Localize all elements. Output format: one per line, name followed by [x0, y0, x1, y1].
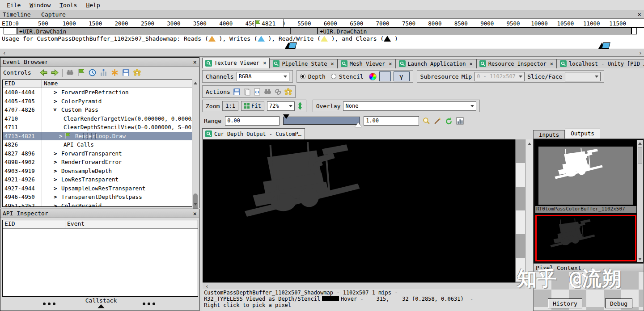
histogram-icon[interactable] — [456, 117, 464, 125]
tab-launch-application[interactable]: Launch Application × — [396, 59, 476, 68]
save-icon[interactable] — [122, 69, 130, 76]
close-icon[interactable]: × — [331, 61, 334, 67]
event-row[interactable]: 4827-4896> ForwardTransparent — [3, 149, 198, 158]
event-row[interactable]: 4713-4821> RenderLoop.Draw — [3, 132, 198, 141]
reset-range-icon[interactable] — [445, 117, 453, 125]
slice-face-select[interactable] — [565, 72, 601, 81]
drawchain-bar[interactable]: +UIR.DrawChain +UIR.DrawChain — [17, 28, 631, 34]
event-row[interactable]: 4921-4926> LowResTransparent — [3, 175, 198, 184]
tab-mesh-viewer[interactable]: Mesh Viewer × — [338, 59, 396, 68]
event-row[interactable]: 4826API Calls — [3, 140, 198, 149]
scrollbar-thumb[interactable] — [638, 147, 642, 164]
column-eid[interactable]: EID — [3, 80, 42, 88]
drag-dots-icon[interactable] — [43, 303, 55, 305]
tab-localhost-unity[interactable]: localhost - Unity [PID … × — [557, 59, 644, 68]
column-eid[interactable]: EID — [3, 220, 65, 228]
scroll-right-icon[interactable]: › — [637, 49, 644, 56]
expand-arrow-icon[interactable]: > — [54, 159, 57, 165]
api-call-list[interactable]: EID Event — [2, 220, 198, 297]
scroll-down-icon[interactable] — [192, 201, 199, 207]
save-texture-icon[interactable] — [233, 88, 241, 96]
texture-viewport[interactable] — [203, 139, 515, 282]
timeline-scrollbar[interactable]: ‹ › — [0, 49, 644, 57]
overlay-select[interactable]: None — [343, 101, 476, 111]
timeline-ruler[interactable]: EID: 05001000150020002500300035004000450… — [0, 19, 644, 28]
event-row[interactable]: 4707-4826> Custom Pass — [3, 105, 198, 114]
callstack-expander[interactable]: Callstack — [76, 297, 126, 308]
output-thumbnail-depth-buffer-selected[interactable] — [535, 215, 636, 261]
timing-clock-icon[interactable] — [89, 69, 96, 76]
drawchain-label-1[interactable]: +UIR.DrawChain — [19, 28, 66, 35]
close-icon[interactable]: × — [550, 61, 553, 67]
menu-window[interactable]: Window — [25, 1, 55, 9]
tab-resource-inspector[interactable]: Resource Inspector × — [476, 59, 557, 68]
checkerboard-background-button[interactable] — [379, 71, 391, 81]
event-row[interactable]: 4946-4950> TransparentDepthPostpass — [3, 193, 198, 202]
event-row[interactable]: 4711ClearDepthStencilView(D=0.000000, S=… — [3, 123, 198, 132]
drag-dots-icon[interactable] — [143, 303, 155, 305]
event-row[interactable]: 4710ClearRenderTargetView(0.000000, 0.00… — [3, 114, 198, 123]
scroll-up-icon[interactable] — [526, 140, 533, 147]
range-white-point-marker[interactable] — [355, 122, 361, 127]
tab-inputs[interactable]: Inputs — [533, 130, 565, 139]
event-row[interactable]: 4951-5252> ColorPyramid — [3, 202, 198, 207]
collapse-arrow-icon[interactable]: > — [52, 108, 59, 112]
menu-file[interactable]: File — [3, 1, 25, 9]
zoom-1to1-button[interactable]: 1:1 — [222, 101, 238, 111]
next-event-icon[interactable] — [51, 69, 59, 76]
range-min-input[interactable] — [225, 116, 280, 126]
find-icon[interactable] — [66, 69, 74, 76]
close-icon[interactable]: × — [638, 11, 641, 17]
mip-select[interactable]: 0 - 1102x507 — [475, 72, 525, 81]
fit-button[interactable]: Fit — [241, 101, 264, 111]
expand-arrow-icon[interactable]: > — [54, 202, 57, 207]
drawchain-label-2[interactable]: +UIR.DrawChain — [320, 28, 367, 35]
expand-arrow-icon[interactable]: > — [54, 168, 57, 174]
event-list-scrollbar[interactable] — [192, 80, 199, 207]
close-icon[interactable]: × — [470, 61, 473, 67]
copy-icon[interactable] — [243, 88, 251, 96]
autofit-wand-icon[interactable] — [434, 117, 441, 125]
zoom-percent-select[interactable]: 72% — [267, 101, 295, 111]
current-eid-marker[interactable]: 4821 — [254, 19, 284, 27]
close-icon[interactable]: × — [263, 60, 266, 66]
range-black-point-marker[interactable] — [283, 114, 289, 119]
link-icon[interactable] — [274, 88, 282, 96]
close-icon[interactable]: × — [193, 59, 197, 66]
expand-arrow-icon[interactable]: > — [54, 193, 57, 200]
color-wheel-icon[interactable] — [369, 73, 377, 80]
range-max-input[interactable] — [364, 116, 419, 126]
depth-radio[interactable] — [300, 74, 305, 79]
channels-select[interactable]: RGBA — [237, 72, 289, 81]
open-code-icon[interactable] — [254, 88, 261, 96]
event-row[interactable]: 4405-4705> ColorPyramid — [3, 97, 198, 106]
expand-arrow-icon[interactable]: > — [54, 176, 57, 183]
expand-arrow-icon[interactable]: > — [54, 185, 57, 192]
stencil-radio[interactable] — [331, 74, 336, 79]
expand-arrow-icon[interactable]: > — [54, 98, 57, 105]
zoom-range-icon[interactable] — [423, 117, 430, 125]
event-row[interactable]: 4903-4919> DownsampleDepth — [3, 167, 198, 176]
menu-help[interactable]: Help — [82, 1, 104, 9]
tab-outputs[interactable]: Outputs — [565, 129, 600, 139]
viewport-horizontal-scrollbar[interactable]: ‹ › — [203, 282, 525, 289]
current-depth-output-tab[interactable]: Cur Depth Output - CustomP… — [202, 128, 305, 139]
prev-event-icon[interactable] — [40, 69, 47, 76]
stats-icon[interactable] — [100, 69, 107, 76]
column-event[interactable]: Event — [65, 220, 198, 228]
usage-event-marker[interactable] — [598, 42, 614, 49]
flip-vertical-icon[interactable] — [297, 102, 303, 110]
close-icon[interactable]: × — [193, 210, 197, 217]
scroll-left-icon[interactable]: ‹ — [1, 49, 8, 56]
event-row[interactable]: 4927-4944> UpsampleLowResTransparent — [3, 184, 198, 193]
range-slider[interactable] — [283, 117, 360, 125]
expand-arrow-icon[interactable]: > — [54, 150, 57, 157]
bookmark-flag-icon[interactable] — [77, 69, 85, 76]
event-list[interactable]: EID Name 4400-4404> ForwardPreRefraction… — [2, 80, 198, 207]
tab-texture-viewer[interactable]: Texture Viewer × — [202, 58, 270, 68]
settings-flower-icon[interactable] — [284, 88, 292, 96]
gamma-button[interactable]: γ — [394, 71, 410, 81]
usage-event-marker[interactable] — [285, 42, 300, 49]
outputs-scrollbar[interactable] — [637, 140, 643, 262]
expand-arrow-icon[interactable]: > — [59, 133, 63, 139]
